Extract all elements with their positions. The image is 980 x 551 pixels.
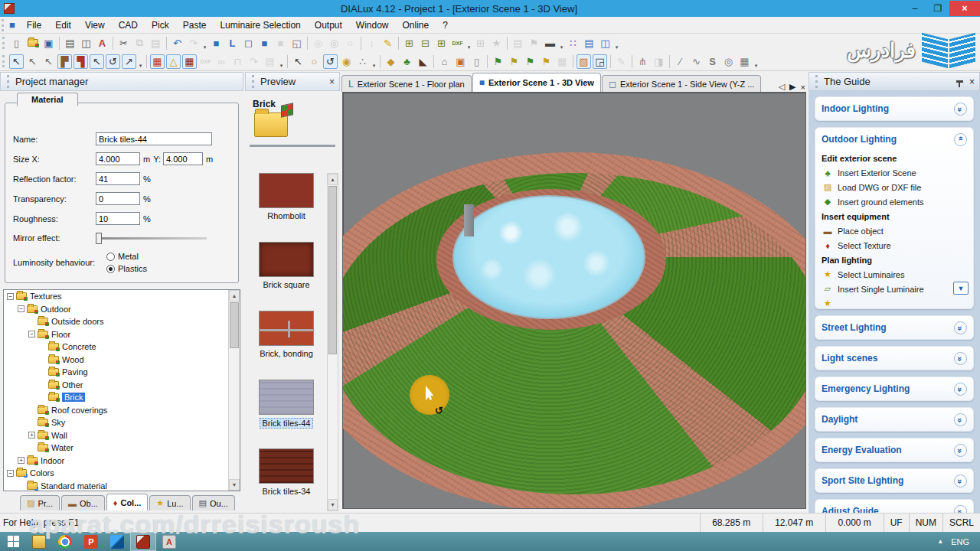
3d-viewport[interactable]: ↺ <box>342 92 806 509</box>
taskbar-app-dialux[interactable] <box>130 532 156 551</box>
guide-section-header[interactable]: Emergency Lighting» <box>822 377 967 400</box>
tree-item-standard-material[interactable]: Standard material <box>4 480 240 492</box>
toolbar-overflow-icon[interactable]: ▾ <box>558 36 565 51</box>
tree-item-textures[interactable]: −Textures <box>4 290 240 303</box>
mirror-slider[interactable] <box>96 237 207 240</box>
view-3d-icon[interactable]: ■ <box>209 36 224 51</box>
chevron-down-icon[interactable]: » <box>954 103 967 116</box>
texture-item-rhombolit[interactable]: Rhombolit <box>247 173 326 242</box>
select-all-icon[interactable]: ↖ <box>90 54 104 69</box>
texture-thumbnail[interactable] <box>259 242 314 277</box>
roughness-input[interactable] <box>96 212 140 225</box>
taskbar-app-explorer[interactable] <box>26 532 52 551</box>
tree-scroll-down[interactable]: ▼ <box>229 479 240 491</box>
luminaire-grid-icon[interactable]: ▦ <box>150 54 165 69</box>
chevron-down-icon[interactable]: » <box>954 413 967 426</box>
preview-scrollbar[interactable]: ▲ ▼ <box>327 173 338 511</box>
zoom-region-icon[interactable]: ◱ <box>289 36 304 51</box>
texture-item-brick-tiles-44[interactable]: Brick tiles-44 <box>247 380 326 448</box>
transparency-input[interactable] <box>96 192 140 205</box>
plastics-radio[interactable] <box>106 265 115 273</box>
chevron-up-icon[interactable]: » <box>954 133 967 146</box>
panel-tab-lu[interactable]: ★Lu... <box>149 495 190 510</box>
material-tab[interactable]: Material <box>17 93 78 106</box>
circle-icon[interactable]: ○ <box>343 36 358 51</box>
lamp-icon[interactable]: ◎ <box>327 36 341 51</box>
tree-item-concrete[interactable]: Concrete <box>4 341 240 354</box>
panel-grip[interactable] <box>7 75 11 88</box>
ground-element4-icon[interactable]: ⚑ <box>539 54 554 69</box>
ground-grid-icon[interactable]: ▦ <box>555 54 570 69</box>
tree-item-other[interactable]: Other <box>4 379 240 392</box>
select-object-icon[interactable]: ▛ <box>57 54 72 69</box>
mirror-slider-thumb[interactable] <box>96 233 102 244</box>
preview-close-icon[interactable]: × <box>329 77 335 87</box>
luminaire-triangle-icon[interactable]: △ <box>166 54 181 69</box>
view-tab-active[interactable]: ■Exterior Scene 1 - 3D View <box>472 73 601 92</box>
insert-tree-icon[interactable]: ♣ <box>400 54 414 69</box>
guide-item-select-texture[interactable]: ♦Select Texture <box>822 238 967 253</box>
texture-item-brick-bonding[interactable]: Brick, bonding <box>247 311 326 380</box>
preview-scroll-down[interactable]: ▼ <box>328 499 338 510</box>
preview-grip[interactable] <box>252 75 256 88</box>
tree-expander-icon[interactable]: − <box>7 470 14 477</box>
tree-item-outside-doors[interactable]: Outside doors <box>4 315 240 328</box>
clapper-icon[interactable]: ▬ <box>543 36 557 51</box>
tree-scroll-thumb[interactable] <box>230 302 239 348</box>
panel-tab-ou[interactable]: ▤Ou... <box>192 495 235 510</box>
pan-icon[interactable]: ◉ <box>339 54 354 69</box>
ground-element-icon[interactable]: ⚑ <box>491 54 505 69</box>
select-add-icon[interactable]: ↖ <box>25 54 40 69</box>
measure-icon[interactable]: ↕ <box>364 36 379 51</box>
preview-scroll-thumb[interactable] <box>328 186 337 354</box>
sun-icon[interactable]: ★ <box>489 36 504 51</box>
guide-item-load-dwg-or-dxf-file[interactable]: ▨Load DWG or DXF file <box>822 180 967 194</box>
view-wire-icon[interactable]: ◻ <box>241 36 256 51</box>
taskbar-app-chrome[interactable] <box>52 532 78 551</box>
view-tab-inactive[interactable]: ◻Exterior Scene 1 - Side View (Y-Z ... <box>602 75 761 92</box>
copy-icon[interactable]: ⧉ <box>132 36 147 51</box>
menu-item-view[interactable]: View <box>78 18 112 33</box>
view-gray-icon[interactable]: ■ <box>273 36 288 51</box>
tab-close-icon[interactable]: × <box>801 83 805 92</box>
dxf-icon[interactable]: DXF <box>450 36 465 51</box>
list-view-icon[interactable]: ▤ <box>582 36 596 51</box>
tree-expander-icon[interactable]: − <box>28 331 35 337</box>
pool-water[interactable] <box>452 195 645 319</box>
tab-next-icon[interactable]: ▶ <box>789 82 795 92</box>
arc-icon[interactable]: ↷ <box>247 54 261 69</box>
menu-item-pick[interactable]: Pick <box>145 18 176 33</box>
tray-arrow-icon[interactable]: ▲ <box>937 538 943 545</box>
guide-close-icon[interactable]: × <box>969 77 975 87</box>
chevron-down-icon[interactable]: » <box>954 383 967 396</box>
pin-icon[interactable] <box>956 80 963 83</box>
grid2-icon[interactable]: ⊟ <box>418 36 433 51</box>
metal-option[interactable]: Metal <box>106 252 147 261</box>
pin-object-icon[interactable]: ◨ <box>652 54 666 69</box>
texture-mountain-icon[interactable]: ▨ <box>577 54 591 69</box>
start-button[interactable] <box>0 532 26 551</box>
tree-scroll-up[interactable]: ▲ <box>229 290 240 302</box>
redo-icon[interactable]: ↷ <box>186 36 201 51</box>
texture-corner-icon[interactable]: ◲ <box>593 54 607 69</box>
chevron-down-icon[interactable]: » <box>954 444 967 457</box>
tree-item-paving[interactable]: Paving <box>4 366 240 379</box>
tree-item-wood[interactable]: Wood <box>4 354 240 367</box>
spline-tool-icon[interactable]: S <box>705 54 720 69</box>
tree-item-sky[interactable]: Sky <box>4 416 240 429</box>
tree-item-floor[interactable]: −Floor <box>4 328 240 341</box>
taskbar-app-powerpoint[interactable]: P <box>78 532 104 551</box>
texture-item-brick-tiles-34[interactable]: Brick tiles-34 <box>247 448 326 511</box>
report-icon[interactable]: ▤ <box>511 36 525 51</box>
circle-tool-icon[interactable]: ◎ <box>721 54 736 69</box>
grid-icon[interactable]: ⊞ <box>402 36 416 51</box>
insert-picture-icon[interactable]: ▣ <box>453 54 468 69</box>
toolbar-overflow-icon[interactable]: ▾ <box>278 54 285 69</box>
plastics-option[interactable]: Plastics <box>106 264 147 273</box>
view-solid-icon[interactable]: ■ <box>257 36 272 51</box>
hierarchy-icon[interactable]: ⋔ <box>635 54 650 69</box>
guide-item-insert-single-luminaire[interactable]: ▱Insert Single Luminaire▼ <box>822 282 967 296</box>
line-tool-icon[interactable]: ∕ <box>673 54 688 69</box>
walk-icon[interactable]: ∴ <box>355 54 370 69</box>
menu-item-output[interactable]: Output <box>308 18 349 33</box>
